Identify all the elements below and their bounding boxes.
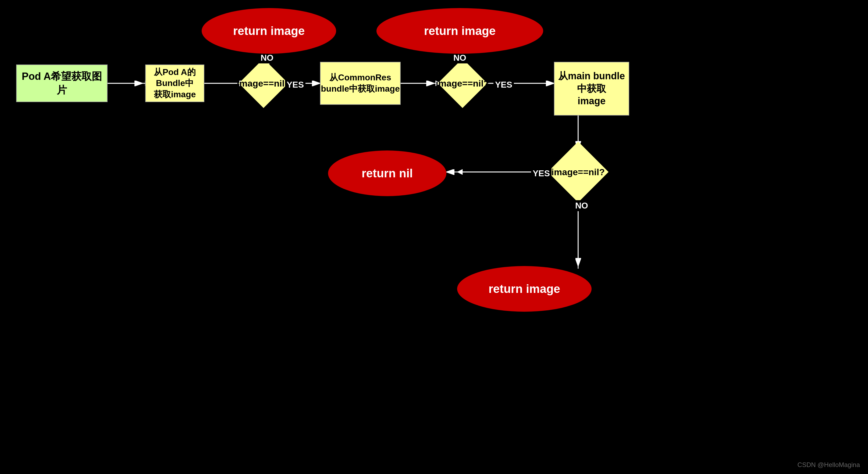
return-image-bottom-label: return image — [489, 282, 560, 296]
step2-node: 从CommonResbundle中获取image — [320, 62, 401, 105]
step1-label: 从Pod A的Bundle中获取image — [146, 67, 204, 100]
yes3-label: YES — [531, 168, 552, 179]
svg-marker-15 — [457, 169, 463, 175]
decision1-node: image==nil? — [242, 65, 285, 102]
step3-node: 从main bundle中获取image — [554, 62, 629, 115]
step2-label: 从CommonResbundle中获取image — [321, 72, 400, 94]
watermark: CSDN @HelloMagina — [798, 461, 860, 469]
return-image-top2: return image — [376, 8, 543, 54]
return-image-top1-label: return image — [233, 24, 305, 38]
decision2-node: image==nil? — [433, 65, 492, 102]
decision3-label: image==nil? — [552, 167, 605, 177]
no3-label: NO — [574, 200, 590, 211]
return-image-top1: return image — [202, 8, 336, 54]
decision2-label: image==nil? — [436, 78, 489, 89]
return-image-top2-label: return image — [424, 24, 496, 38]
step1-node: 从Pod A的Bundle中获取image — [145, 65, 204, 102]
start-label: Pod A希望获取图片 — [17, 70, 107, 97]
decision1-label: image==nil? — [237, 78, 290, 89]
no2-label: NO — [452, 53, 468, 63]
yes1-label: YES — [285, 79, 306, 90]
return-nil-node: return nil — [328, 150, 446, 196]
no1-label: NO — [259, 53, 275, 63]
return-nil-label: return nil — [362, 167, 413, 180]
step3-label: 从main bundle中获取image — [555, 70, 629, 107]
yes2-label: YES — [493, 79, 514, 90]
start-node: Pod A希望获取图片 — [16, 65, 107, 102]
decision3-node: image==nil? — [555, 145, 601, 199]
return-image-bottom: return image — [457, 266, 592, 312]
